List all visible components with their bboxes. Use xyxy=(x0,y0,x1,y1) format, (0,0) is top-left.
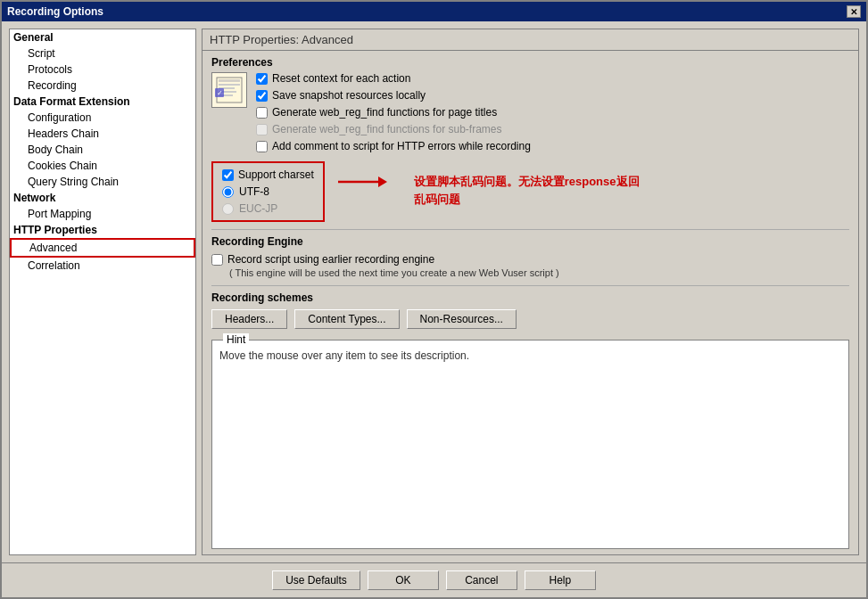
cb-reset-context: Reset context for each action xyxy=(256,72,531,85)
use-defaults-button[interactable]: Use Defaults xyxy=(272,570,360,590)
annotation-line1: 设置脚本乱码问题。无法设置response返回 xyxy=(414,175,640,188)
sidebar-item-correlation[interactable]: Correlation xyxy=(10,258,195,274)
cb-record-script: Record script using earlier recording en… xyxy=(211,253,849,266)
main-inner: Preferences ✓ xyxy=(203,51,858,554)
support-charset-checkbox[interactable] xyxy=(222,169,234,181)
eucjp-radio[interactable] xyxy=(222,203,234,215)
arrow-icon xyxy=(334,164,387,209)
sidebar-item-data-format[interactable]: Data Format Extension xyxy=(10,94,195,110)
hint-section: Hint Move the mouse over any item to see… xyxy=(211,340,849,549)
title-bar: Recording Options ✕ xyxy=(2,2,866,21)
add-comment-checkbox[interactable] xyxy=(256,141,268,152)
cb-save-snapshot: Save snapshot resources locally xyxy=(256,89,531,102)
main-panel: HTTP Properties: Advanced Preferences xyxy=(202,29,859,555)
sidebar-item-script[interactable]: Script xyxy=(10,45,195,62)
utf8-radio[interactable] xyxy=(222,186,234,198)
sidebar-item-general[interactable]: General xyxy=(10,29,195,45)
sidebar-item-advanced[interactable]: Advanced xyxy=(10,238,195,258)
recording-schemes-title: Recording schemes xyxy=(211,291,849,304)
svg-rect-1 xyxy=(219,79,240,82)
cb-add-comment: Add comment to script for HTTP errors wh… xyxy=(256,140,531,152)
recording-engine-title: Recording Engine xyxy=(211,235,849,248)
sidebar-item-port-mapping[interactable]: Port Mapping xyxy=(10,206,195,222)
cb-support-charset: Support charset xyxy=(222,168,314,181)
annotation-text: 设置脚本乱码问题。无法设置response返回 乱码问题 xyxy=(414,173,640,208)
annotation-line2: 乱码问题 xyxy=(414,193,460,206)
hint-text: Move the mouse over any item to see its … xyxy=(219,349,841,362)
hint-title-text: Hint xyxy=(227,333,245,346)
add-comment-label[interactable]: Add comment to script for HTTP errors wh… xyxy=(272,140,531,152)
record-script-checkbox[interactable] xyxy=(211,254,223,266)
cb-generate-web-reg: Generate web_reg_find functions for page… xyxy=(256,106,531,119)
eucjp-label: EUC-JP xyxy=(239,202,277,215)
generate-web-reg-sub-label: Generate web_reg_find functions for sub-… xyxy=(272,123,501,135)
preferences-content: ✓ Reset context for each action Save sna… xyxy=(211,72,849,152)
preferences-icon: ✓ xyxy=(211,72,247,108)
sidebar-item-query-string-chain[interactable]: Query String Chain xyxy=(10,174,195,190)
sidebar-item-headers-chain[interactable]: Headers Chain xyxy=(10,126,195,142)
dialog-content: General Script Protocols Recording Data … xyxy=(2,21,866,562)
help-button[interactable]: Help xyxy=(525,570,596,590)
dialog-footer: Use Defaults OK Cancel Help xyxy=(2,562,866,597)
radio-eucjp-row: EUC-JP xyxy=(222,202,314,215)
preferences-title: Preferences xyxy=(211,56,849,69)
close-button[interactable]: ✕ xyxy=(847,5,861,18)
reset-context-label[interactable]: Reset context for each action xyxy=(272,72,410,85)
checkboxes-col: Reset context for each action Save snaps… xyxy=(256,72,531,152)
cancel-button[interactable]: Cancel xyxy=(446,570,517,590)
title-bar-buttons: ✕ xyxy=(847,5,861,18)
utf8-label[interactable]: UTF-8 xyxy=(239,185,269,198)
section-header-text: HTTP Properties: Advanced xyxy=(210,33,353,46)
sidebar-item-http-properties[interactable]: HTTP Properties xyxy=(10,222,195,238)
sidebar-item-body-chain[interactable]: Body Chain xyxy=(10,142,195,158)
cb-generate-web-reg-sub: Generate web_reg_find functions for sub-… xyxy=(256,123,531,135)
save-snapshot-label[interactable]: Save snapshot resources locally xyxy=(272,89,426,102)
divider1 xyxy=(211,229,849,230)
svg-rect-2 xyxy=(219,84,240,86)
svg-marker-9 xyxy=(378,176,387,187)
sidebar-item-cookies-chain[interactable]: Cookies Chain xyxy=(10,158,195,174)
dialog-title: Recording Options xyxy=(7,5,103,18)
content-types-button[interactable]: Content Types... xyxy=(294,309,399,329)
generate-web-reg-checkbox[interactable] xyxy=(256,107,268,119)
record-script-sublabel: ( This engine will be used the next time… xyxy=(211,267,849,278)
charset-annotation-row: Support charset UTF-8 EUC-JP xyxy=(211,160,849,222)
support-charset-label[interactable]: Support charset xyxy=(238,168,314,181)
record-script-label[interactable]: Record script using earlier recording en… xyxy=(227,253,434,266)
ok-button[interactable]: OK xyxy=(368,570,439,590)
headers-button[interactable]: Headers... xyxy=(211,309,287,329)
divider2 xyxy=(211,285,849,286)
radio-utf8-row: UTF-8 xyxy=(222,185,314,198)
non-resources-button[interactable]: Non-Resources... xyxy=(407,309,517,329)
annotation-container: 设置脚本乱码问题。无法设置response返回 乱码问题 xyxy=(334,164,640,209)
tree-panel: General Script Protocols Recording Data … xyxy=(9,29,196,555)
hint-title: Hint xyxy=(223,333,249,346)
section-header: HTTP Properties: Advanced xyxy=(203,29,858,51)
sidebar-item-protocols[interactable]: Protocols xyxy=(10,62,195,78)
generate-web-reg-sub-checkbox[interactable] xyxy=(256,124,268,135)
support-charset-box: Support charset UTF-8 EUC-JP xyxy=(211,161,325,222)
preferences-section: Preferences ✓ xyxy=(211,56,849,152)
recording-engine-section: Recording Engine Record script using ear… xyxy=(211,229,849,278)
svg-text:✓: ✓ xyxy=(217,89,223,97)
reset-context-checkbox[interactable] xyxy=(256,73,268,85)
recording-options-dialog: Recording Options ✕ General Script Proto… xyxy=(0,0,868,599)
schemes-buttons: Headers... Content Types... Non-Resource… xyxy=(211,309,849,329)
sidebar-item-network[interactable]: Network xyxy=(10,190,195,206)
generate-web-reg-label[interactable]: Generate web_reg_find functions for page… xyxy=(272,106,497,119)
sidebar-item-configuration[interactable]: Configuration xyxy=(10,110,195,126)
sidebar-item-recording[interactable]: Recording xyxy=(10,78,195,94)
save-snapshot-checkbox[interactable] xyxy=(256,90,268,102)
recording-schemes-section: Recording schemes Headers... Content Typ… xyxy=(211,285,849,329)
